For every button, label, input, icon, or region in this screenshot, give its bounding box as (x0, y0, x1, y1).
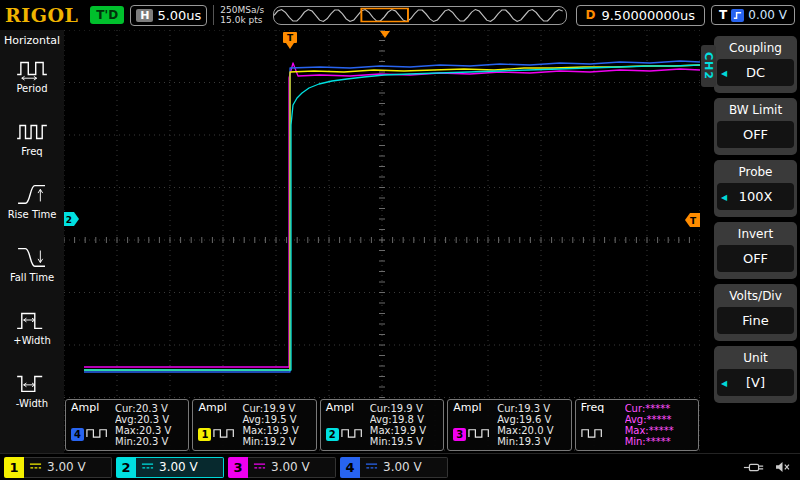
period-icon (15, 54, 49, 81)
menu-item-label: Freq (21, 146, 42, 157)
waveform-trace-ch1 (84, 65, 700, 370)
channel-indicator-1[interactable]: 13.00 V (4, 457, 112, 478)
measurement-label: Ampl (453, 402, 497, 414)
trigger-level-marker[interactable]: T (685, 213, 700, 227)
trigger-status-badge: T'D (90, 6, 124, 24)
pulse-icon (86, 425, 110, 444)
preview-window-bracket (362, 8, 409, 21)
measurement-source: 3 (453, 425, 497, 444)
measurement-id: Ampl3 (453, 402, 497, 448)
measurement-value: Avg:19.8 V (370, 414, 440, 425)
left-menu-item-fall-time[interactable]: Fall Time (0, 243, 64, 283)
measurement-value: Min:19.2 V (242, 436, 312, 447)
menu-item-label: Volts/Div (717, 286, 794, 307)
measurement-freq-x: FreqCur:*****Avg:*****Max:*****Min:***** (575, 399, 699, 451)
measurement-value: Avg:19.6 V (497, 414, 567, 425)
left-menu-title: Horizontal (0, 34, 64, 47)
fall-time-icon (15, 243, 49, 270)
rigol-logo: RIGOL (5, 4, 78, 26)
left-menu-item-period[interactable]: Period (0, 54, 64, 94)
trigger-readout: T 0.00 V (711, 5, 795, 25)
channel-number: 2 (116, 457, 136, 478)
channel-indicator-2[interactable]: 23.00 V (116, 457, 224, 478)
menu-item-label: Rise Time (8, 209, 57, 220)
right-menu-item-unit[interactable]: Unit◀[V] (714, 346, 797, 403)
memory-depth: 15.0k pts (220, 15, 264, 25)
right-menu-item-bw-limit[interactable]: BW LimitOFF (714, 98, 797, 155)
minus-width-icon (15, 369, 49, 396)
chevron-left-icon: ◀ (721, 378, 727, 387)
rise-time-icon (15, 180, 49, 207)
right-menu: CH2 Coupling◀DCBW LimitOFFProbe◀100XInve… (700, 30, 800, 453)
trigger-label: T (719, 8, 727, 22)
measurement-ampl-1: Ampl1Cur:19.9 VAvg:19.5 VMax:19.9 VMin:1… (192, 399, 316, 451)
measurement-label: Ampl (198, 402, 242, 414)
delay-position-marker[interactable] (380, 31, 390, 38)
menu-value-text: OFF (743, 251, 768, 266)
coupling-icon (365, 460, 378, 474)
measurement-source: 2 (326, 425, 370, 444)
measurement-ampl-4: Ampl4Cur:20.3 VAvg:20.3 VMax:20.3 VMin:2… (65, 399, 189, 451)
channel-indicator-3[interactable]: 33.00 V (228, 457, 336, 478)
measurement-id: Ampl1 (198, 402, 242, 448)
menu-item-value: ◀100X (717, 183, 794, 210)
menu-item-value: Fine (717, 307, 794, 334)
right-menu-item-volts-div[interactable]: Volts/DivFine (714, 284, 797, 341)
measurement-value: Max:20.0 V (497, 425, 567, 436)
chevron-left-icon: ◀ (721, 192, 727, 201)
measurement-values: Cur:19.9 VAvg:19.8 VMax:19.9 VMin:19.5 V (370, 402, 440, 448)
coupling-icon (141, 460, 154, 474)
channel-number: 1 (4, 457, 24, 478)
channel-scale: 3.00 V (360, 457, 448, 478)
coupling-icon (29, 460, 42, 474)
channel-indicator-4[interactable]: 43.00 V (340, 457, 448, 478)
left-menu-item-rise-time[interactable]: Rise Time (0, 180, 64, 220)
channel-scale-value: 3.00 V (383, 460, 422, 474)
trigger-position-marker[interactable]: T (283, 32, 297, 49)
measurement-value: Min:19.3 V (497, 436, 567, 447)
measurement-value: Max:19.9 V (242, 425, 312, 436)
main-area: Horizontal PeriodFreqRise TimeFall Time+… (0, 30, 800, 453)
measurement-value: Cur:19.9 V (370, 403, 440, 414)
measurement-label: Ampl (326, 402, 370, 414)
channel-scale-value: 3.00 V (159, 460, 198, 474)
measurement-id: Freq (581, 402, 625, 448)
measurement-value: Cur:***** (625, 403, 695, 414)
menu-value-text: DC (746, 65, 765, 80)
chevron-left-icon: ◀ (721, 68, 727, 77)
measurement-value: Cur:20.3 V (115, 403, 185, 414)
channel-scale-value: 3.00 V (271, 460, 310, 474)
coupling-icon (253, 460, 266, 474)
delay-value: 9.50000000us (601, 8, 695, 23)
right-menu-item-invert[interactable]: InvertOFF (714, 222, 797, 279)
waveform-display: T2T Ampl4Cur:20.3 VAvg:20.3 VMax:20.3 VM… (64, 30, 700, 453)
channel-number: 3 (228, 457, 248, 478)
left-menu-item-width[interactable]: -Width (0, 369, 64, 409)
menu-value-text: OFF (743, 127, 768, 142)
menu-item-value: OFF (717, 245, 794, 272)
channel-scale: 3.00 V (248, 457, 336, 478)
left-menu: Horizontal PeriodFreqRise TimeFall Time+… (0, 30, 64, 453)
menu-item-label: Coupling (717, 38, 794, 59)
left-menu-item-freq[interactable]: Freq (0, 117, 64, 157)
svg-text:2: 2 (66, 215, 72, 225)
channel-menu-tab: CH2 (701, 45, 716, 87)
measurement-value: Avg:***** (625, 414, 695, 425)
measurement-values: Cur:*****Avg:*****Max:*****Min:***** (625, 402, 695, 448)
ch2-ground-marker[interactable]: 2 (64, 212, 79, 226)
usb-icon (743, 462, 765, 473)
measurement-ampl-3: Ampl3Cur:19.3 VAvg:19.6 VMax:20.0 VMin:1… (447, 399, 571, 451)
menu-item-value: ◀DC (717, 59, 794, 86)
left-menu-item-width[interactable]: +Width (0, 306, 64, 346)
measurement-value: Cur:19.3 V (497, 403, 567, 414)
right-menu-item-probe[interactable]: Probe◀100X (714, 160, 797, 217)
measurement-ampl-2: Ampl2Cur:19.9 VAvg:19.8 VMax:19.9 VMin:1… (320, 399, 444, 451)
pulse-icon (213, 425, 237, 444)
right-menu-item-coupling[interactable]: Coupling◀DC (714, 36, 797, 93)
waveform-trace-ch3 (84, 63, 700, 367)
pulse-icon (468, 425, 492, 444)
delay-readout: D 9.50000000us (576, 5, 706, 26)
measurement-values: Cur:19.3 VAvg:19.6 VMax:20.0 VMin:19.3 V (497, 402, 567, 448)
measurement-row: Ampl4Cur:20.3 VAvg:20.3 VMax:20.3 VMin:2… (65, 399, 699, 451)
plus-width-icon (15, 306, 49, 333)
